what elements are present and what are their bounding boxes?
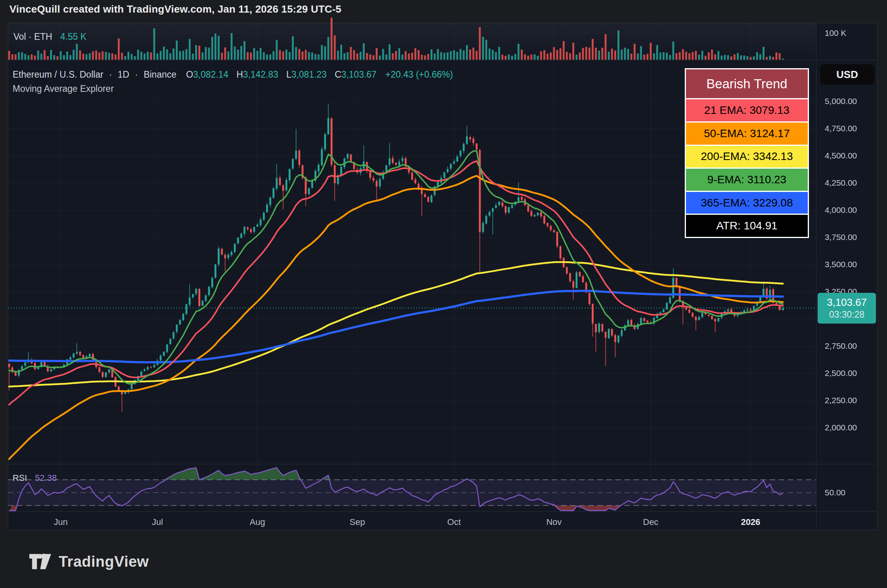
low-value: 3,081.23 xyxy=(291,69,327,80)
price-tick-label: 2,000.00 xyxy=(825,423,857,432)
price-tick-label: 2,750.00 xyxy=(825,341,857,351)
volume-axis-tick: 100 K xyxy=(825,28,846,38)
month-label: Dec xyxy=(643,517,658,527)
interval-label[interactable]: 1D xyxy=(118,69,129,80)
price-tick-label: 4,750.00 xyxy=(825,124,857,133)
rsi-label: RSI xyxy=(13,473,27,483)
price-tick-label: 2,500.00 xyxy=(825,368,857,378)
low-label: L xyxy=(286,69,291,80)
high-value: 3,142.83 xyxy=(243,69,278,80)
page-title: VinceQuill created with TradingView.com,… xyxy=(9,3,341,15)
currency-toggle-button[interactable]: USD xyxy=(820,64,874,85)
high-label: H xyxy=(237,69,243,80)
price-tick-label: 3,500.00 xyxy=(825,260,857,269)
month-label: 2026 xyxy=(741,517,760,527)
indicator-name[interactable]: Moving Average Explorer xyxy=(13,84,114,94)
legend-row: 200-EMA: 3342.13 xyxy=(686,146,808,168)
symbol-name[interactable]: Ethereum / U.S. Dollar xyxy=(13,69,103,80)
volume-value: 4.55 K xyxy=(60,32,87,42)
volume-label: Vol · ETH xyxy=(13,32,52,42)
last-price-value: 3,103.67 xyxy=(827,296,867,309)
month-label: Aug xyxy=(250,517,265,527)
month-label: Oct xyxy=(447,517,461,527)
volume-legend: Vol · ETH 4.55 K xyxy=(13,32,86,42)
legend-row: 50-EMA: 3124.17 xyxy=(686,123,808,145)
close-label: C xyxy=(335,69,341,80)
ma-explorer-legend: Bearish Trend 21 EMA: 3079.1350-EMA: 312… xyxy=(685,68,809,238)
legend-row: 365-EMA: 3229.08 xyxy=(686,192,808,214)
month-label: Nov xyxy=(546,517,562,527)
dot-separator: · xyxy=(135,69,138,80)
month-label: Jul xyxy=(152,517,163,527)
month-label: Sep xyxy=(350,517,365,527)
bar-countdown: 03:30:28 xyxy=(829,309,865,320)
month-label: Jun xyxy=(54,517,67,527)
tradingview-logo[interactable]: TradingView xyxy=(29,551,149,572)
legend-row: 21 EMA: 3079.13 xyxy=(686,99,808,121)
close-value: 3,103.67 xyxy=(341,69,377,80)
legend-row: ATR: 104.91 xyxy=(686,215,808,237)
open-value: 3,082.14 xyxy=(193,69,229,80)
price-tick-label: 3,750.00 xyxy=(825,233,857,242)
price-tick-label: 2,250.00 xyxy=(825,396,857,405)
dot-separator: · xyxy=(109,69,112,80)
tradingview-logo-icon xyxy=(29,551,52,572)
price-tick-label: 5,000.00 xyxy=(825,97,857,106)
price-axis-border xyxy=(816,23,816,530)
price-tick-label: 4,500.00 xyxy=(825,151,857,160)
open-label: O xyxy=(186,69,193,80)
pane-separator-volume[interactable] xyxy=(8,60,878,60)
tradingview-screenshot: VinceQuill created with TradingView.com,… xyxy=(0,0,887,588)
pane-separator-rsi[interactable] xyxy=(8,511,878,512)
rsi-legend: RSI 52.38 xyxy=(13,473,57,483)
tradingview-logo-text: TradingView xyxy=(59,553,149,570)
price-tick-label: 4,250.00 xyxy=(825,178,857,188)
rsi-value: 52.38 xyxy=(35,473,57,483)
legend-row: 9-EMA: 3110.23 xyxy=(686,169,808,191)
symbol-row[interactable]: Ethereum / U.S. Dollar · 1D · Binance O3… xyxy=(13,69,453,80)
pane-separator-price[interactable] xyxy=(8,464,878,464)
trend-status-header: Bearish Trend xyxy=(686,69,808,98)
change-value: +20.43 (+0.66%) xyxy=(386,69,453,80)
last-price-badge: 3,103.67 03:30:28 xyxy=(818,293,876,324)
exchange-label: Binance xyxy=(143,69,176,80)
price-tick-label: 4,000.00 xyxy=(825,205,857,215)
rsi-axis-tick: 50.00 xyxy=(825,488,846,497)
